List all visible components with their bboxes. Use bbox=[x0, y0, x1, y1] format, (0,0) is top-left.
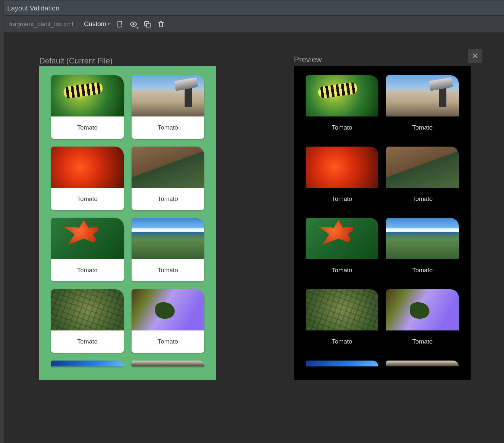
plant-image bbox=[306, 218, 378, 259]
plant-card[interactable] bbox=[51, 361, 124, 366]
plant-label: Tomato bbox=[386, 259, 459, 281]
plant-label: Tomato bbox=[51, 188, 124, 210]
plant-card[interactable]: Tomato bbox=[386, 75, 459, 139]
plant-card[interactable]: Tomato bbox=[51, 75, 124, 139]
plant-card[interactable]: Tomato bbox=[51, 147, 124, 210]
plant-image bbox=[386, 147, 459, 188]
plant-card[interactable] bbox=[306, 361, 378, 366]
plant-card[interactable]: Tomato bbox=[306, 147, 378, 210]
panel-title-preview: Preview bbox=[294, 55, 322, 64]
plant-image bbox=[51, 289, 124, 330]
duplicate-icon bbox=[143, 20, 151, 28]
side-gutter bbox=[0, 0, 4, 443]
close-preview-button[interactable]: ✕ bbox=[468, 49, 482, 63]
add-device-button[interactable] bbox=[114, 18, 126, 30]
plant-label: Tomato bbox=[132, 259, 204, 281]
plant-image bbox=[132, 289, 204, 330]
plant-image bbox=[386, 289, 459, 330]
configuration-dropdown[interactable]: Custom ▾ bbox=[82, 19, 112, 29]
plant-image bbox=[132, 147, 204, 188]
plant-image bbox=[386, 75, 459, 116]
plant-label: Tomato bbox=[306, 116, 378, 139]
plant-label: Tomato bbox=[51, 116, 124, 139]
plant-card[interactable]: Tomato bbox=[306, 218, 378, 281]
plant-card[interactable]: Tomato bbox=[51, 289, 124, 353]
eye-icon bbox=[130, 20, 137, 28]
visibility-button[interactable] bbox=[128, 18, 139, 30]
svg-rect-4 bbox=[146, 23, 150, 27]
plant-card[interactable]: Tomato bbox=[386, 218, 459, 281]
plant-image bbox=[306, 361, 378, 366]
plant-image bbox=[132, 361, 204, 366]
plant-label: Tomato bbox=[132, 330, 204, 353]
plant-card[interactable]: Tomato bbox=[386, 147, 459, 210]
plant-label: Tomato bbox=[132, 188, 204, 210]
tool-window-header: Layout Validation bbox=[4, 1, 504, 16]
plant-card[interactable]: Tomato bbox=[306, 75, 378, 139]
plant-label: Tomato bbox=[386, 116, 459, 139]
preview-surface-default[interactable]: TomatoTomatoTomatoTomatoTomatoTomatoToma… bbox=[39, 66, 216, 380]
close-icon: ✕ bbox=[472, 51, 479, 61]
plant-image bbox=[306, 147, 378, 188]
preview-surface-preview[interactable]: TomatoTomatoTomatoTomatoTomatoTomatoToma… bbox=[294, 66, 471, 380]
duplicate-button[interactable] bbox=[141, 18, 153, 30]
plant-card[interactable]: Tomato bbox=[132, 75, 204, 139]
plant-label: Tomato bbox=[306, 188, 378, 210]
plant-label: Tomato bbox=[51, 330, 124, 353]
trash-icon bbox=[157, 20, 165, 28]
plant-card[interactable]: Tomato bbox=[306, 289, 378, 353]
panel-title-default: Default (Current File) bbox=[39, 56, 113, 65]
plant-card[interactable] bbox=[132, 361, 204, 366]
plant-label: Tomato bbox=[306, 259, 378, 281]
plant-card[interactable]: Tomato bbox=[386, 289, 459, 353]
delete-button[interactable] bbox=[155, 18, 167, 30]
toolbar-divider bbox=[78, 19, 78, 29]
plant-image bbox=[132, 218, 204, 259]
tool-window-title: Layout Validation bbox=[7, 4, 60, 12]
plant-label: Tomato bbox=[386, 330, 459, 353]
plant-image bbox=[51, 75, 124, 116]
plant-card[interactable]: Tomato bbox=[132, 147, 204, 210]
plant-image bbox=[51, 218, 124, 259]
plant-label: Tomato bbox=[306, 330, 378, 353]
plant-card[interactable]: Tomato bbox=[132, 218, 204, 281]
content-area: Default (Current File) Preview ✕ TomatoT… bbox=[4, 33, 504, 443]
plant-image bbox=[51, 361, 124, 366]
plant-image bbox=[306, 75, 378, 116]
plant-image bbox=[306, 289, 378, 330]
plant-image bbox=[51, 147, 124, 188]
dropdown-indicator-icon bbox=[136, 27, 139, 29]
dropdown-label: Custom bbox=[84, 20, 106, 28]
plant-label: Tomato bbox=[132, 116, 204, 139]
toolbar: fragment_plant_list.xml Custom ▾ bbox=[4, 16, 504, 33]
device-add-icon bbox=[116, 20, 124, 28]
plant-image bbox=[386, 361, 459, 366]
plant-label: Tomato bbox=[386, 188, 459, 210]
svg-point-2 bbox=[133, 23, 135, 25]
chevron-down-icon: ▾ bbox=[108, 22, 110, 27]
plant-label: Tomato bbox=[51, 259, 124, 281]
plant-card[interactable]: Tomato bbox=[132, 289, 204, 353]
plant-card[interactable]: Tomato bbox=[51, 218, 124, 281]
file-tab[interactable]: fragment_plant_list.xml bbox=[7, 19, 75, 29]
plant-image bbox=[132, 75, 204, 116]
plant-card[interactable] bbox=[386, 361, 459, 366]
plant-image bbox=[386, 218, 459, 259]
